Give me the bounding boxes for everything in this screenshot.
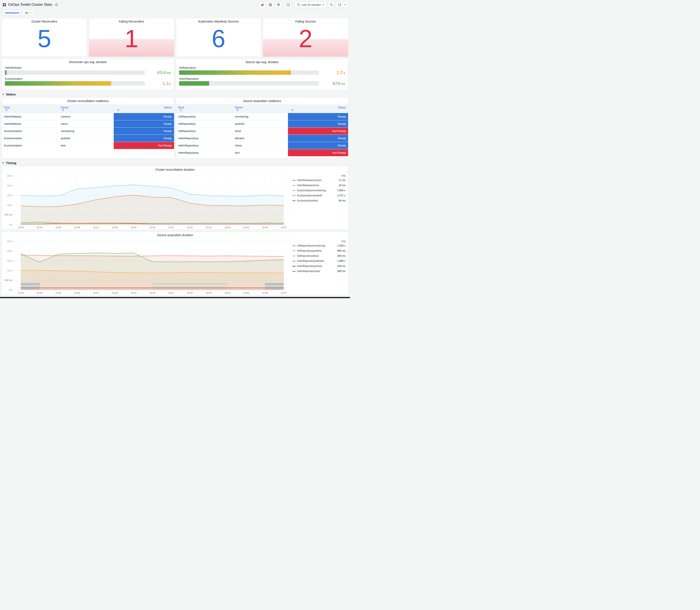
dashboard-settings-button[interactable]: ⚙: [275, 1, 282, 8]
svg-text:15:55: 15:55: [55, 292, 61, 294]
stat-panel-kubernetes-manifests-sources: Kubernetes Manifests Sources 6: [176, 18, 261, 57]
filter-icon[interactable]: [291, 109, 294, 111]
legend-item[interactable]: Kustomization/monitoring1.605 s: [292, 188, 345, 193]
chart-legend: avgGitRepository/monitoring1.594 sGitRep…: [292, 237, 348, 295]
panel-title[interactable]: Cluster reconciliation readiness: [2, 98, 174, 103]
svg-text:1.0 s: 1.0 s: [7, 269, 12, 272]
svg-text:16:05: 16:05: [243, 292, 249, 294]
cell-kind: HelmRelease: [2, 120, 59, 128]
save-dashboard-button[interactable]: [267, 1, 274, 8]
dashboard-title: GitOps Toolkit Cluster Stats: [8, 2, 52, 7]
refresh-button[interactable]: [336, 1, 343, 8]
svg-text:2.5 s: 2.5 s: [7, 175, 12, 177]
svg-text:16:07: 16:07: [281, 226, 287, 229]
svg-text:15:53: 15:53: [18, 226, 24, 229]
legend-item[interactable]: HelmRelease/minio16 ms: [292, 183, 345, 188]
time-range-picker[interactable]: Last 15 minutes: [295, 1, 327, 8]
chevron-down-icon: [2, 94, 4, 95]
series-color-mark: [292, 245, 296, 246]
legend-item[interactable]: GitRepository/monitoring1.594 s: [292, 243, 345, 248]
legend-sort-avg[interactable]: avg: [342, 174, 345, 177]
zoom-out-button[interactable]: [328, 1, 335, 8]
column-header-name[interactable]: Name: [59, 105, 114, 113]
gauge-panels-row: Reconciler ops avg. duration HelmRelease…: [0, 59, 350, 90]
gauge-value: 1.3s: [148, 81, 171, 86]
status-badge: Ready: [288, 135, 348, 142]
gauge-label: HelmRelease: [5, 66, 171, 69]
status-badge: Ready: [114, 135, 174, 142]
status-badge: Not Ready: [288, 128, 348, 135]
table-row: GitRepositorypodinfoReady: [176, 120, 348, 128]
column-header-kind[interactable]: Kind: [176, 105, 233, 113]
panel-title[interactable]: Failing Reconcilers: [89, 18, 174, 23]
svg-text:500 ms: 500 ms: [5, 213, 13, 216]
cell-kind: Kustomization: [2, 135, 59, 142]
dashboard-grid-icon[interactable]: [2, 3, 6, 6]
chart-plot[interactable]: 0 s500 ms1.0 s1.5 s2.0 s2.5 s15:5315:541…: [2, 237, 292, 295]
svg-text:15:57: 15:57: [93, 292, 99, 294]
timeseries-panel-source-acquisition-duration: Source acquisition duration 0 s500 ms1.0…: [2, 231, 348, 295]
series-color-mark: [292, 266, 296, 267]
status-badge: Ready: [114, 113, 174, 120]
panel-title[interactable]: Failing Sources: [263, 18, 348, 23]
column-header-name[interactable]: Name: [233, 105, 288, 113]
variable-namespace-select[interactable]: All: [22, 10, 34, 16]
share-icon[interactable]: [54, 3, 58, 7]
chevron-down-icon: [322, 4, 324, 5]
section-timing[interactable]: Timing: [0, 159, 350, 166]
legend-item[interactable]: HelmRepository/test289 ms: [292, 269, 345, 274]
svg-text:15:54: 15:54: [37, 292, 43, 294]
refresh-interval-dropdown[interactable]: [343, 1, 347, 8]
table-row: GitRepositorytest2Not Ready: [176, 128, 348, 135]
panel-title[interactable]: Source ops avg. duration: [176, 59, 348, 64]
table-row: KustomizationpodinfoReady: [2, 135, 174, 142]
filter-icon[interactable]: [62, 109, 64, 111]
panel-title[interactable]: Kubernetes Manifests Sources: [176, 18, 261, 23]
legend-item[interactable]: HelmRepository/bitnami1.695 s: [292, 258, 345, 263]
cell-name: monitoring: [59, 128, 114, 135]
legend-item[interactable]: HelmRepository/minio108 ms: [292, 263, 345, 269]
svg-text:16:01: 16:01: [168, 226, 174, 229]
series-color-mark: [292, 180, 296, 181]
table-row: HelmRepositoryminioReady: [176, 142, 348, 149]
cell-name: test: [59, 142, 114, 149]
bottom-edge-bar: [0, 297, 350, 298]
panel-title[interactable]: Cluster reconciliation duration: [2, 166, 348, 172]
cycle-view-mode-button[interactable]: [285, 1, 292, 8]
filter-icon[interactable]: [180, 109, 182, 111]
legend-item[interactable]: Kustomization/test84 ms: [292, 198, 345, 203]
series-color-mark: [292, 195, 296, 196]
filter-icon[interactable]: [5, 109, 7, 111]
panel-title[interactable]: Cluster Reconcilers: [2, 18, 87, 23]
svg-text:1.0 s: 1.0 s: [7, 204, 12, 206]
cell-name: minio: [233, 142, 288, 149]
column-header-kind[interactable]: Kind: [2, 105, 59, 113]
section-status[interactable]: Status: [0, 90, 350, 97]
legend-item[interactable]: HelmRelease/contour71 ms: [292, 178, 345, 183]
panel-title[interactable]: Reconciler ops avg. duration: [2, 59, 174, 64]
svg-text:1.5 s: 1.5 s: [7, 259, 12, 262]
cell-name: contour: [59, 113, 114, 120]
panel-title[interactable]: Source acquisition duration: [2, 232, 348, 237]
add-panel-button[interactable]: [259, 1, 266, 8]
legend-item[interactable]: Kustomization/podinfo1.071 s: [292, 193, 345, 198]
chart-plot[interactable]: 0 s500 ms1.0 s1.5 s2.0 s2.5 s15:5315:541…: [2, 172, 292, 229]
legend-item[interactable]: GitRepository/test2338 ms: [292, 253, 345, 258]
gauge-label: HelmRepository: [179, 77, 345, 80]
legend-item[interactable]: GitRepository/podinfo980 ms: [292, 248, 345, 253]
filter-icon[interactable]: [236, 109, 239, 111]
svg-text:16:06: 16:06: [262, 226, 268, 229]
readiness-table: KindNameStatusGitRepositorymonitoringRea…: [176, 105, 348, 156]
cell-kind: HelmRepository: [176, 135, 233, 142]
table-row: HelmRepositorytestNot Ready: [176, 149, 348, 157]
stat-panels-row: Cluster Reconcilers 5 Failing Reconciler…: [0, 18, 350, 57]
magnifier-minus-icon: [330, 3, 333, 6]
filter-icon[interactable]: [117, 109, 119, 111]
table-header-row: KindNameStatus: [176, 105, 348, 113]
panel-title[interactable]: Source acquisition readiness: [176, 98, 348, 103]
column-header-status[interactable]: Status: [288, 105, 348, 113]
column-header-status[interactable]: Status: [114, 105, 174, 113]
legend-sort-avg[interactable]: avg: [342, 240, 345, 242]
cell-name: podinfo: [233, 120, 288, 128]
bar-gauge: [179, 81, 319, 86]
